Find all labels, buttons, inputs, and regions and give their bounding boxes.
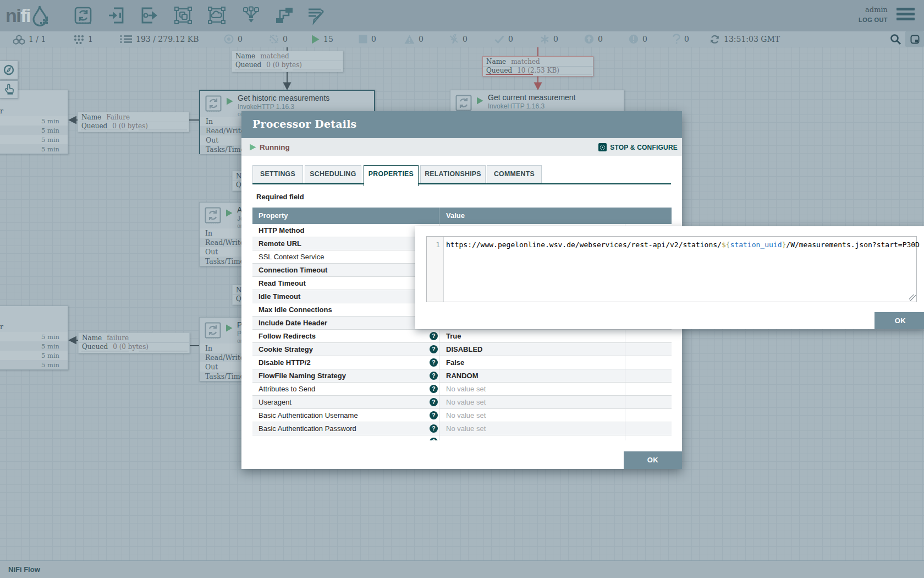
queued-icon xyxy=(120,35,132,43)
search-icon xyxy=(890,34,901,45)
connection-label-failure-bottom[interactable]: Namefailure Queued0 (0 bytes) xyxy=(78,332,190,353)
processor-left-top-cut[interactable]: 5 min 5 min 5 min 5 min xyxy=(0,90,68,154)
help-icon[interactable]: ? xyxy=(430,358,438,367)
run-status-icon xyxy=(226,97,233,105)
active-threads-count: 1 xyxy=(88,35,93,43)
property-row[interactable]: Basic Authentication Password?No value s… xyxy=(252,422,672,435)
stat-row: 5 min xyxy=(0,351,68,360)
disabled-icon xyxy=(449,34,459,44)
stat-row: 5 min xyxy=(0,126,68,135)
stat-transmitting: 0 xyxy=(224,31,243,47)
not-transmitting-count: 0 xyxy=(283,35,288,43)
property-row[interactable]: FlowFile Naming Strategy?RANDOM xyxy=(252,369,672,383)
stopped-count: 0 xyxy=(371,35,376,43)
global-menu-icon[interactable] xyxy=(897,8,915,23)
run-status-icon xyxy=(476,97,483,105)
nifi-drop-icon xyxy=(32,5,50,26)
editor-code-line[interactable]: https://www.pegelonline.wsv.de/webservic… xyxy=(446,241,914,249)
property-column-header: Property xyxy=(252,208,439,224)
operate-palette-button[interactable] xyxy=(0,80,18,99)
line-number: 1 xyxy=(436,241,440,249)
invalid-icon xyxy=(404,35,415,44)
output-port-tool-icon[interactable] xyxy=(140,6,159,25)
input-port-tool-icon[interactable] xyxy=(107,6,126,25)
template-tool-icon[interactable] xyxy=(275,6,294,25)
property-row[interactable]: Useragent?No value set xyxy=(252,396,672,409)
run-status-icon xyxy=(226,324,233,332)
help-icon[interactable]: ? xyxy=(430,398,438,406)
running-icon xyxy=(311,35,320,44)
connection-label-matched-red[interactable]: Namematched Queued10 (2.53 KB) xyxy=(482,56,593,77)
cluster-count: 1 / 1 xyxy=(29,35,46,43)
invalid-count: 0 xyxy=(419,35,424,43)
backpressure-object-bar xyxy=(235,69,282,71)
footer-bar: NiFi Flow xyxy=(0,560,924,578)
processor-left-bottom-cut[interactable]: 5 min 5 min 5 min 5 min xyxy=(0,306,68,370)
search-button[interactable] xyxy=(890,34,903,46)
editor-line-gutter: 1 xyxy=(427,237,444,302)
help-icon[interactable]: ? xyxy=(430,332,438,340)
running-icon xyxy=(249,144,256,151)
backpressure-size-bar xyxy=(139,129,187,131)
settings-button[interactable] xyxy=(905,31,924,47)
backpressure-size-bar xyxy=(543,74,592,75)
refresh-icon xyxy=(710,35,719,44)
label-tool-icon[interactable] xyxy=(307,6,326,25)
value-editor[interactable]: 1 https://www.pegelonline.wsv.de/webserv… xyxy=(426,236,917,302)
property-row[interactable]: Disable HTTP/2?False xyxy=(252,356,672,369)
locally-modified-count: 0 xyxy=(553,35,558,43)
logo-text-ni: ni xyxy=(6,5,20,26)
dialog-ok-button[interactable]: OK xyxy=(624,451,682,469)
navigate-palette-button[interactable] xyxy=(0,61,18,79)
stat-sync-failure: 0 xyxy=(673,31,689,47)
funnel-tool-icon[interactable] xyxy=(242,6,261,25)
resize-handle-icon[interactable] xyxy=(909,295,916,301)
transmitting-icon xyxy=(224,34,234,44)
processor-tool-icon[interactable] xyxy=(74,6,92,25)
remote-process-group-tool-icon[interactable] xyxy=(207,6,226,25)
help-icon[interactable]: ? xyxy=(430,345,438,353)
queued-count: 193 / 279.12 KB xyxy=(136,35,199,43)
tab-relationships[interactable]: RELATIONSHIPS xyxy=(420,165,486,183)
property-row[interactable]: Follow Redirects?True xyxy=(252,330,672,343)
running-count: 15 xyxy=(323,35,333,43)
tab-settings[interactable]: SETTINGS xyxy=(252,165,303,183)
connection-label-failure-top[interactable]: NameFailure Queued0 (0 bytes) xyxy=(78,112,189,132)
property-row-partial[interactable]: ? xyxy=(252,435,672,440)
stop-and-configure-button[interactable]: STOP & CONFIGURE xyxy=(598,143,678,152)
property-row[interactable]: Cookie Strategy?DISABLED xyxy=(252,343,672,356)
stat-refresh: 13:51:03 GMT xyxy=(710,31,780,47)
stat-invalid: 0 xyxy=(404,31,424,47)
cluster-icon xyxy=(13,35,25,44)
locally-modified-stale-count: 0 xyxy=(642,35,647,43)
stat-row: 5 min xyxy=(0,341,68,351)
run-status-icon xyxy=(226,209,233,217)
stat-not-transmitting: 0 xyxy=(269,31,288,47)
backpressure-object-bar xyxy=(81,129,128,131)
breadcrumb[interactable]: NiFi Flow xyxy=(8,565,40,574)
value-editor-popup: 1 https://www.pegelonline.wsv.de/webserv… xyxy=(415,226,924,329)
tab-properties[interactable]: PROPERTIES xyxy=(364,165,419,186)
logout-link[interactable]: LOG OUT xyxy=(859,17,888,23)
property-row[interactable]: Attributes to Send?No value set xyxy=(252,383,672,396)
tab-scheduling[interactable]: SCHEDULING xyxy=(305,165,361,183)
nifi-application: nifi xyxy=(0,0,924,578)
processor-icon xyxy=(205,95,222,112)
active-threads-icon xyxy=(74,35,84,44)
help-icon[interactable]: ? xyxy=(430,385,438,393)
logo-text-fi: fi xyxy=(20,5,30,26)
backpressure-object-bar xyxy=(81,351,129,352)
backpressure-size-bar xyxy=(139,351,188,352)
editor-ok-button[interactable]: OK xyxy=(875,312,924,329)
help-icon[interactable]: ? xyxy=(430,411,438,419)
help-icon[interactable]: ? xyxy=(430,372,438,380)
help-icon[interactable]: ? xyxy=(430,424,438,433)
dialog-status-bar: Running STOP & CONFIGURE xyxy=(241,138,682,156)
property-row[interactable]: Basic Authentication Username?No value s… xyxy=(252,409,672,422)
tab-comments[interactable]: COMMENTS xyxy=(487,165,542,183)
stop-configure-icon xyxy=(598,143,607,152)
process-group-tool-icon[interactable] xyxy=(174,6,193,25)
stat-row: 5 min xyxy=(0,135,68,144)
processor-name-tail: r xyxy=(0,107,3,115)
connection-label-matched-top[interactable]: Namematched Queued0 (0 bytes) xyxy=(232,51,343,72)
